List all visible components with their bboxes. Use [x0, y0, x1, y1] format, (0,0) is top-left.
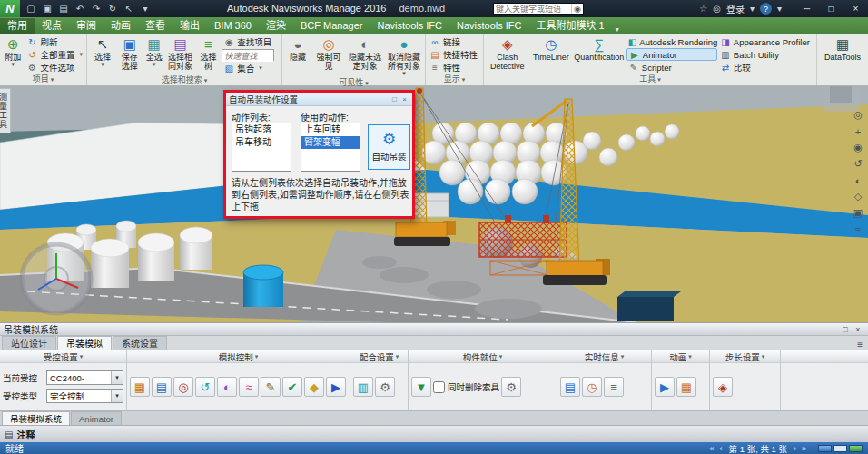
communication-center-icon[interactable]: ◎ [713, 4, 721, 14]
help-menu-icon[interactable]: ▾ [777, 4, 782, 14]
pan-icon[interactable]: + [851, 124, 865, 138]
close-button[interactable]: × [843, 0, 868, 17]
tab-navistools-ifc-2[interactable]: Navistools IFC [449, 17, 529, 34]
help-icon[interactable]: ? [760, 3, 772, 15]
sim-control-button-7[interactable]: ✎ [261, 377, 281, 397]
action-listbox[interactable]: 吊钩起落 吊车移动 [232, 123, 291, 172]
controlled-type-select[interactable]: 完全控制▾ [46, 389, 123, 403]
quantification-button[interactable]: ∑ Quantification [573, 35, 626, 63]
zoom-icon[interactable]: ◉ [851, 141, 865, 154]
dialog-title-bar[interactable]: 自动吊装动作设置 □ × [226, 93, 412, 106]
sets-button[interactable]: ▧集合 [222, 62, 280, 74]
component-placement-header[interactable]: 构件就位 [409, 350, 557, 363]
ribbon-collapse-icon[interactable]: ▾ [616, 25, 619, 34]
tab-render[interactable]: 渲染 [259, 17, 293, 34]
tab-review[interactable]: 审阅 [69, 17, 104, 34]
fit-chart-button[interactable]: ▥ [353, 377, 373, 397]
project-group-label[interactable]: 项目 [0, 74, 86, 85]
sim-control-button-10[interactable]: ▶ [326, 377, 346, 397]
auto-lift-button[interactable]: ⚙ 自动吊装 [368, 124, 410, 170]
step-settings-button[interactable]: ◈ [713, 377, 733, 397]
dialog-restore-icon[interactable]: □ [390, 95, 399, 104]
batch-utility-button[interactable]: ▥Batch Utility [718, 48, 813, 61]
file-options-button[interactable]: ⚙文件选项 [25, 61, 84, 74]
links-button[interactable]: ∞链接 [428, 35, 479, 48]
list-item[interactable]: 吊车移动 [232, 136, 291, 149]
tab-home[interactable]: 常用 [0, 17, 35, 34]
list-item-selected[interactable]: 臂架变幅 [301, 136, 360, 149]
unhide-all-button[interactable]: ● 取消隐藏所有对象 ▾ [385, 35, 423, 77]
dock-restore-icon[interactable]: □ [839, 325, 852, 334]
quick-properties-button[interactable]: ▤快捷特性 [428, 48, 479, 61]
viewport-3d[interactable]: 测量工具 ◎ + ◉ ↺ ◐ ◇ ▣ ≡ [0, 86, 868, 322]
maximize-button[interactable]: □ [819, 0, 843, 17]
comments-panel-header[interactable]: ▤ 注释 [0, 425, 868, 443]
placement-settings-button[interactable]: ⚙ [501, 377, 521, 397]
sim-control-button-9[interactable]: ◆ [304, 377, 324, 397]
clash-detective-button[interactable]: ◈ Clash Detective [486, 35, 529, 72]
sim-control-button-6[interactable]: ≈ [239, 377, 259, 397]
sim-control-button-4[interactable]: ↺ [195, 377, 215, 397]
sim-control-button-5[interactable]: ◐ [217, 377, 237, 397]
tools-group-label[interactable]: 工具 [484, 74, 816, 85]
walk-icon[interactable]: ◇ [851, 190, 865, 203]
minimize-button[interactable]: ─ [794, 0, 819, 17]
exchange-apps-icon[interactable]: ☆ [699, 4, 707, 14]
animation-play-button[interactable]: ▶ [655, 377, 675, 397]
datatools-button[interactable]: ▦ DataTools [819, 35, 866, 63]
realtime-report-button[interactable]: ≡ [604, 377, 624, 397]
step-settings-header[interactable]: 步长设置 [710, 350, 780, 363]
select-tool-icon[interactable]: ↖ [122, 2, 136, 15]
look-around-icon[interactable]: ◐ [851, 173, 865, 187]
find-items-button[interactable]: ◉查找项目 [222, 35, 280, 48]
realtime-clock-button[interactable]: ◷ [582, 377, 602, 397]
tab-viewpoint[interactable]: 视点 [35, 17, 69, 34]
tab-bcf-manager[interactable]: BCF Manager [293, 17, 370, 34]
tab-view[interactable]: 查看 [138, 17, 173, 34]
combo-dropdown-icon[interactable]: ▾ [111, 371, 123, 384]
list-item[interactable]: 吊钩起落 [232, 123, 291, 136]
sign-in-button[interactable]: 登录 [726, 2, 745, 15]
combo-dropdown-icon[interactable]: ▾ [111, 390, 123, 402]
navisworks-logo-icon[interactable]: N [0, 0, 20, 17]
sim-control-button-3[interactable]: ◎ [173, 377, 193, 397]
qat-menu-icon[interactable]: ▾ [138, 2, 153, 15]
dock-overflow-menu-icon[interactable]: ≡ [857, 340, 868, 350]
controlled-settings-header[interactable]: 受控设置 [0, 350, 126, 363]
last-sheet-icon[interactable]: » [799, 444, 809, 453]
search-icon[interactable]: ◉ [571, 4, 583, 14]
bottom-tab-lift-simulation[interactable]: 吊装模拟系统 [2, 411, 70, 425]
save-icon[interactable]: ▣ [40, 2, 54, 15]
list-item[interactable]: 上车回转 [301, 123, 360, 136]
sign-in-menu-icon[interactable]: ▾ [750, 4, 755, 14]
tab-animation[interactable]: 动画 [104, 17, 138, 34]
compare-button[interactable]: ⇄比较 [718, 61, 813, 74]
select-same-button[interactable]: ▤ 选择相同对象 [166, 35, 195, 72]
selection-tree-button[interactable]: ≡ 选择树 [195, 35, 221, 72]
place-component-button[interactable]: ▼ [411, 377, 431, 397]
next-sheet-icon[interactable]: › [791, 444, 799, 453]
fit-settings-button[interactable]: ⚙ [375, 377, 395, 397]
open-icon[interactable]: ▢ [24, 2, 38, 15]
print-icon[interactable]: ▤ [56, 2, 71, 15]
tab-station-design[interactable]: 站位设计 [2, 336, 56, 350]
redo-icon[interactable]: ↷ [89, 2, 104, 15]
fit-settings-header[interactable]: 配合设置 [350, 350, 408, 363]
select-search-group-label[interactable]: 选择和搜索 [87, 74, 281, 86]
sim-control-button-2[interactable]: ▤ [152, 377, 172, 397]
properties-button[interactable]: ≡特性 [428, 61, 479, 74]
navbar-menu-icon[interactable]: ≡ [851, 222, 865, 236]
refresh-button[interactable]: ↻刷新 [25, 35, 84, 48]
select-button[interactable]: ↖ 选择 ▾ [89, 35, 116, 68]
tab-system-settings[interactable]: 系统设置 [113, 336, 167, 350]
scripter-button[interactable]: ✎Scripter [626, 61, 717, 74]
animation-header[interactable]: 动画 [652, 350, 709, 363]
realtime-data-button[interactable]: ▤ [560, 377, 580, 397]
require-button[interactable]: ◎ 强制可见 [312, 35, 345, 72]
select-all-button[interactable]: ▦ 全选 ▾ [143, 35, 165, 68]
simulation-control-header[interactable]: 模拟控制 [127, 350, 350, 363]
zoom-window-icon[interactable]: ▣ [851, 206, 865, 220]
autodesk-rendering-button[interactable]: ◧Autodesk Rendering [626, 35, 717, 48]
orbit-icon[interactable]: ↺ [851, 157, 865, 171]
animation-export-button[interactable]: ▦ [676, 377, 696, 397]
